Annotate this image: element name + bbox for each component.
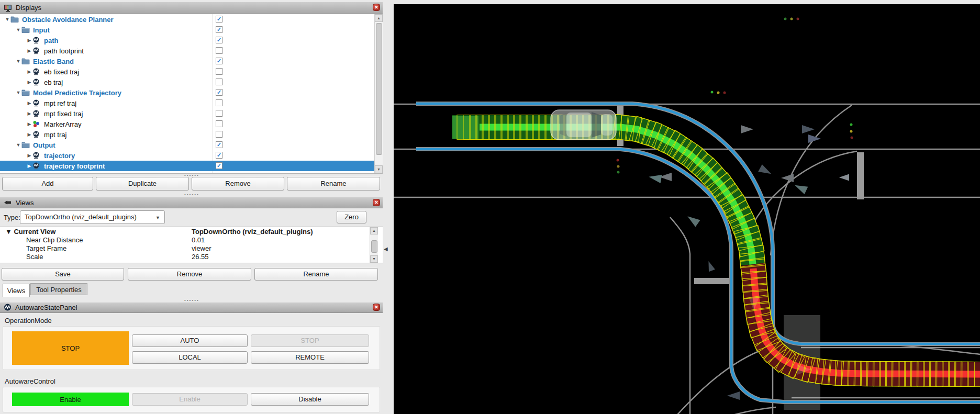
auto-button[interactable]: AUTO [132, 334, 248, 347]
expand-arrow-icon[interactable]: ▶ [26, 163, 32, 169]
duplicate-button[interactable]: Duplicate [96, 177, 189, 191]
tree-item-trajectory[interactable]: ▶trajectory✓ [0, 150, 383, 161]
tree-item-markerarray[interactable]: ▶MarkerArray [0, 119, 383, 129]
enabled-checkbox[interactable]: ✓ [216, 16, 222, 23]
property-row[interactable]: Target Frameviewer [0, 244, 383, 252]
traffic-dot [617, 159, 619, 162]
local-button[interactable]: LOCAL [132, 351, 248, 364]
expand-arrow-icon[interactable]: ▶ [26, 132, 32, 137]
tree-item-elastic-band[interactable]: ▼Elastic Band✓ [0, 56, 383, 66]
collapse-arrow-icon[interactable]: ▼ [15, 142, 21, 148]
rename-button[interactable]: Rename [287, 177, 380, 191]
zero-button[interactable]: Zero [337, 211, 366, 223]
views-table-scrollbar[interactable]: ▲ ▼ [370, 227, 378, 263]
tree-item-output[interactable]: ▼Output✓ [0, 140, 383, 150]
enabled-checkbox[interactable] [216, 110, 222, 117]
enable-button[interactable]: Enable [132, 393, 248, 406]
enabled-checkbox[interactable]: ✓ [216, 141, 222, 148]
expand-arrow-icon[interactable]: ▶ [26, 153, 32, 158]
scrollbar-handle[interactable] [376, 23, 382, 155]
rename-button[interactable]: Rename [254, 268, 378, 281]
traffic-dot [711, 91, 714, 94]
operation-mode-group: STOP AUTO STOP LOCAL REMOTE [3, 326, 380, 370]
trajectory-start-block [452, 116, 478, 139]
tree-item-trajectory-footprint[interactable]: ▶trajectory footprint✓ [0, 161, 383, 171]
collapse-arrow-icon[interactable]: ▼ [15, 90, 21, 95]
remove-button[interactable]: Remove [128, 268, 251, 281]
expand-arrow-icon[interactable]: ▶ [26, 69, 32, 74]
direction-arrow-icon [793, 182, 808, 195]
property-value[interactable]: 26.55 [192, 253, 209, 261]
add-button[interactable]: Add [2, 177, 93, 191]
scroll-down-icon[interactable]: ▼ [375, 165, 383, 173]
property-row[interactable]: ▼ Current ViewTopDownOrtho (rviz_default… [0, 227, 383, 236]
tree-item-eb-fixed-traj[interactable]: ▶eb fixed traj [0, 66, 383, 77]
enabled-checkbox[interactable]: ✓ [216, 89, 222, 96]
tree-item-path-footprint[interactable]: ▶path footprint [0, 46, 383, 56]
stop-button[interactable]: STOP [251, 334, 369, 347]
tree-item-input[interactable]: ▼Input✓ [0, 25, 383, 35]
views-panel-titlebar[interactable]: Views [0, 197, 383, 208]
expand-arrow-icon[interactable]: ▶ [26, 48, 32, 53]
views-property-table[interactable]: ▼ Current ViewTopDownOrtho (rviz_default… [0, 227, 383, 263]
property-value[interactable]: 0.01 [192, 236, 205, 244]
rviz-3d-viewport[interactable] [394, 4, 980, 414]
property-row[interactable]: Near Clip Distance0.01 [0, 236, 383, 244]
direction-arrow-icon [808, 135, 821, 143]
enabled-checkbox[interactable] [216, 79, 222, 85]
enabled-checkbox[interactable]: ✓ [216, 58, 222, 64]
tree-item-mpt-ref-traj[interactable]: ▶mpt ref traj [0, 98, 383, 108]
displays-panel-titlebar[interactable]: Displays [0, 2, 383, 14]
enabled-checkbox[interactable] [216, 68, 222, 75]
collapse-arrow-icon[interactable]: ▼ [4, 17, 10, 22]
tree-item-obstacle-avoidance-planner[interactable]: ▼Obstacle Avoidance Planner✓ [0, 14, 383, 25]
property-row[interactable]: Scale26.55 [0, 252, 383, 261]
autoware-close-icon[interactable]: ✕ [373, 304, 380, 311]
tab-tool-properties[interactable]: Tool Properties [30, 283, 87, 295]
tree-item-path[interactable]: ▶path✓ [0, 35, 383, 46]
disable-button[interactable]: Disable [251, 393, 369, 406]
enabled-checkbox[interactable] [216, 131, 222, 138]
enabled-checkbox[interactable] [216, 47, 222, 54]
expand-arrow-icon[interactable]: ▶ [26, 121, 32, 127]
property-value[interactable]: viewer [192, 244, 211, 252]
autoware-panel-titlebar[interactable]: AutowareStatePanel [0, 302, 383, 313]
tree-item-model-predictive-trajectory[interactable]: ▼Model Predictive Trajectory✓ [0, 87, 383, 98]
expand-arrow-icon[interactable]: ▶ [26, 38, 32, 43]
enabled-checkbox[interactable] [216, 99, 222, 106]
collapse-arrow-icon[interactable]: ▼ [15, 59, 21, 64]
views-close-icon[interactable]: ✕ [373, 199, 380, 206]
scroll-down-icon[interactable]: ▼ [370, 255, 378, 263]
tree-item-label: trajectory footprint [44, 162, 105, 170]
property-value[interactable]: TopDownOrtho (rviz_default_plugins) [192, 228, 313, 236]
panel-collapse-handle[interactable]: ◀ [384, 245, 390, 253]
expand-arrow-icon[interactable]: ▶ [26, 80, 32, 85]
view-type-dropdown[interactable]: TopDownOrtho (rviz_default_plugins) ▼ [20, 210, 165, 224]
splitter-dots[interactable]: •••••• [184, 192, 199, 197]
enabled-checkbox[interactable]: ✓ [216, 37, 222, 43]
remove-button[interactable]: Remove [192, 177, 284, 191]
enabled-checkbox[interactable]: ✓ [216, 152, 222, 159]
tab-views[interactable]: Views [3, 284, 30, 297]
save-button[interactable]: Save [2, 268, 124, 281]
direction-arrow-icon [685, 213, 700, 227]
scroll-up-icon[interactable]: ▲ [375, 14, 383, 22]
displays-tree-scrollbar[interactable]: ▲ ▼ [374, 14, 383, 173]
enabled-checkbox[interactable] [216, 120, 222, 127]
scrollbar-handle[interactable] [371, 240, 377, 253]
expand-arrow-icon[interactable]: ▶ [26, 100, 32, 106]
tree-item-eb-traj[interactable]: ▶eb traj [0, 77, 383, 87]
vehicle-windshield [592, 112, 601, 138]
displays-close-icon[interactable]: ✕ [373, 4, 380, 11]
expand-arrow-icon[interactable]: ▶ [26, 111, 32, 116]
enabled-checkbox[interactable]: ✓ [216, 26, 222, 33]
tree-item-label: mpt traj [44, 131, 66, 139]
remote-button[interactable]: REMOTE [251, 351, 369, 364]
tree-item-mpt-traj[interactable]: ▶mpt traj [0, 129, 383, 140]
stop-line [857, 152, 864, 199]
scroll-up-icon[interactable]: ▲ [370, 227, 378, 234]
enabled-checkbox[interactable]: ✓ [216, 162, 222, 169]
tree-item-label: trajectory [44, 152, 75, 160]
tree-item-mpt-fixed-traj[interactable]: ▶mpt fixed traj [0, 108, 383, 119]
collapse-arrow-icon[interactable]: ▼ [15, 27, 21, 32]
